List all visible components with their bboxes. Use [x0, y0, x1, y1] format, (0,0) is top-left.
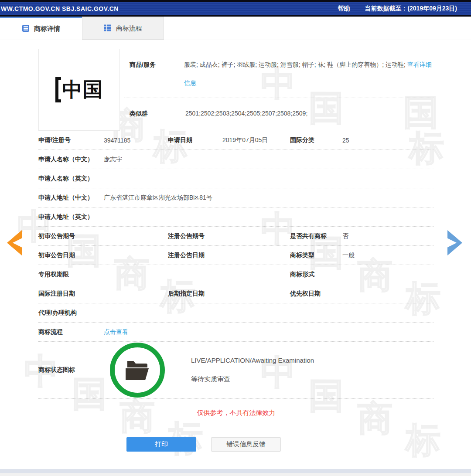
- trademark-logo-text: 中国: [62, 76, 103, 103]
- tab-trademark-process[interactable]: 商标流程: [82, 17, 164, 40]
- table-row: 申请人地址（英文）: [38, 207, 434, 227]
- similar-group-value: 2501;2502;2503;2504;2505;2507;2508;2509;: [184, 110, 434, 131]
- table-row: 代理/办理机构: [38, 303, 434, 323]
- tab-label: 商标详情: [34, 25, 60, 33]
- table-row: 初审公告期号 注册公告期号 是否共有商标 否: [38, 227, 434, 246]
- help-link[interactable]: 帮助: [338, 5, 350, 13]
- similar-group-label: 类似群: [130, 110, 184, 131]
- trademark-status-row: 商标状态图标 LIVE/APPLICATION/Awaiting Examina…: [38, 342, 434, 399]
- footer-strip: [0, 467, 471, 476]
- tab-trademark-detail[interactable]: 商标详情: [0, 17, 82, 40]
- table-row: 申请人名称（英文）: [38, 169, 434, 188]
- table-row: 申请人名称（中文） 庞志宇: [38, 150, 434, 169]
- is-shared-trademark: 否: [342, 232, 434, 240]
- application-date: 2019年07月05日: [222, 136, 290, 144]
- logo-bracket: [55, 77, 61, 102]
- applicant-name-cn: 庞志宇: [104, 156, 434, 163]
- application-number: 39471185: [104, 137, 168, 144]
- international-class: 25: [342, 137, 434, 144]
- applicant-address-cn: 广东省湛江市麻章区湖光农场部B区81号: [104, 194, 434, 202]
- top-bar: WW.CTMO.GOV.CN SBJ.SAIC.GOV.CN 帮助 当前数据截至…: [0, 0, 471, 17]
- table-row: 商标流程 点击查看: [38, 323, 434, 342]
- table-row: 国际注册日期 后期指定日期 优先权日期: [38, 284, 434, 303]
- tab-bar: 商标详情 商标流程: [0, 17, 471, 40]
- list-icon: [104, 24, 112, 33]
- legal-disclaimer: 仅供参考，不具有法律效力: [38, 409, 434, 417]
- data-cutoff-date: 当前数据截至：(2019年09月23日): [365, 5, 457, 13]
- trademark-type: 一般: [342, 252, 434, 259]
- document-icon: [22, 24, 30, 34]
- table-row: 专用权期限 商标形式: [38, 265, 434, 284]
- error-feedback-button[interactable]: 错误信息反馈: [211, 437, 281, 452]
- table-row: 申请人地址（中文） 广东省湛江市麻章区湖光农场部B区81号: [38, 188, 434, 207]
- trademark-image: 中国: [38, 49, 120, 131]
- table-row: 申请/注册号 39471185 申请日期 2019年07月05日 国际分类 25: [38, 131, 434, 150]
- site-urls: WW.CTMO.GOV.CN SBJ.SAIC.GOV.CN: [0, 5, 119, 12]
- goods-services-label: 商品/服务: [130, 61, 184, 98]
- tab-label: 商标流程: [116, 24, 142, 33]
- table-row: 初审公告日期 注册公告日期 商标类型 一般: [38, 246, 434, 265]
- status-chinese: 等待实质审查: [191, 375, 314, 384]
- goods-services-value: 服装; 成品衣; 裤子; 羽绒服; 运动服; 滑雪服; 帽子; 袜; 鞋（脚上的…: [184, 55, 434, 98]
- trademark-details-table: 申请/注册号 39471185 申请日期 2019年07月05日 国际分类 25…: [38, 131, 434, 399]
- click-to-view-link[interactable]: 点击查看: [104, 328, 434, 336]
- print-button[interactable]: 打印: [126, 437, 196, 452]
- status-english: LIVE/APPLICATION/Awaiting Examination: [191, 357, 314, 364]
- status-folder-icon: [110, 343, 165, 398]
